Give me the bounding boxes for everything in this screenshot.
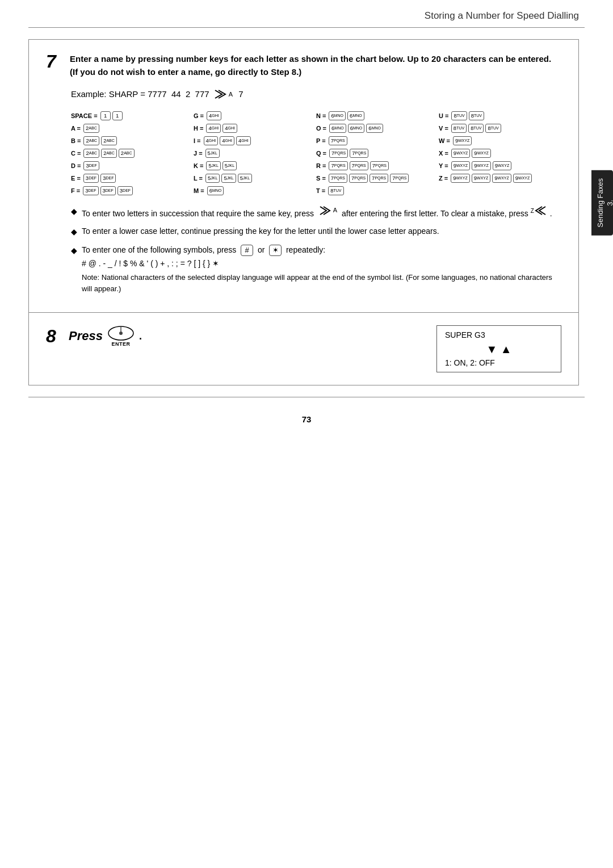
bullet-diamond-1: ◆ [71, 206, 77, 218]
key-row-a: A = 2ABC [71, 123, 194, 133]
key-row-y: Y = 9WXYZ 9WXYZ 9WXYZ [439, 161, 561, 171]
key-chart: SPACE = 1 1 G = 4GHI N = 6MNO 6MNO U = 8… [71, 111, 561, 196]
bullet-item-3: ◆ To enter one of the following symbols,… [71, 244, 561, 294]
bullet-diamond-3: ◆ [71, 245, 77, 257]
key-row-g: G = 4GHI [194, 111, 316, 121]
key-row-d: D = 3DEF [71, 161, 194, 171]
key-row-m: M = 6MNO [194, 186, 316, 196]
display-arrows: ▼ ▲ [445, 343, 553, 356]
page-number: 73 [0, 414, 613, 424]
press-label: Press [69, 329, 103, 343]
key-row-w: W = 9WXYZ [439, 136, 561, 146]
key-row-h: H = 4GHI 4GHI [194, 123, 316, 133]
step8-block: 8 Press ENTER . SUPER G3 ▼ ▲ 1: ON, 2: O… [28, 313, 579, 385]
key-row-o: O = 6MNO 6MNO 6MNO [316, 123, 439, 133]
example-text: Example: SHARP = 7777 44 2 777 [71, 89, 209, 99]
symbols-line: # @ . - _ / ! $ % & ' ( ) + , : ; = ? [ … [82, 258, 561, 270]
enter-label: ENTER [111, 341, 130, 347]
hash-key: # [241, 245, 253, 256]
key-row-x: X = 9WXYZ 9WXYZ [439, 148, 561, 158]
example-line: Example: SHARP = 7777 44 2 777 A 7 [71, 88, 561, 100]
forward-arrow-icon-2 [318, 205, 333, 216]
note-text: Note: National characters of the selecte… [82, 272, 561, 294]
key-row-b: B = 2ABC 2ABC [71, 136, 194, 146]
enter-button-area: ENTER [107, 325, 135, 347]
key-row-t: T = 8TUV [316, 186, 439, 196]
step7-number: 7 [46, 52, 62, 70]
key-row-l: L = 5JKL 5JKL 5JKL [194, 173, 316, 183]
step8-left: 8 Press ENTER . [46, 325, 436, 347]
example-suffix: 7 [236, 89, 243, 99]
star-key: ✶ [269, 245, 282, 256]
key-row-s: S = 7PQRS 7PQRS 7PQRS 7PQRS [316, 173, 439, 183]
key-row-v: V = 8TUV 8TUV 8TUV [439, 123, 561, 133]
step8-number: 8 [46, 327, 62, 345]
key-row-u: U = 8TUV 8TUV [439, 111, 561, 121]
bullet-diamond-2: ◆ [71, 226, 77, 238]
side-tab-text: Sending Faxes3. [596, 178, 613, 228]
key-row-p: P = 7PQRS [316, 136, 439, 146]
key-row-space: SPACE = 1 1 [71, 111, 194, 121]
key-row-e: E = 3DEF 3DEF [71, 173, 194, 183]
bullet-text-3: To enter one of the following symbols, p… [82, 244, 561, 294]
key-row-empty [439, 186, 561, 196]
example-superscript-a: A [229, 91, 233, 98]
step8-period: . [139, 330, 142, 342]
enter-button-icon [107, 325, 135, 341]
bullet-item-2: ◆ To enter a lower case letter, continue… [71, 225, 561, 238]
step8-display: SUPER G3 ▼ ▲ 1: ON, 2: OFF [436, 325, 561, 372]
display-top: SUPER G3 [445, 330, 553, 339]
bullet-item-1: ◆ To enter two letters in succession tha… [71, 205, 561, 220]
step7-intro: 7 Enter a name by pressing number keys f… [46, 52, 561, 79]
step7-block: 7 Enter a name by pressing number keys f… [28, 39, 579, 313]
main-content: 7 Enter a name by pressing number keys f… [0, 28, 613, 397]
key-row-f: F = 3DEF 3DEF 3DEF [71, 186, 194, 196]
step7-text: Enter a name by pressing number keys for… [70, 52, 561, 79]
bullet-text-1: To enter two letters in succession that … [82, 205, 561, 220]
page-header: Storing a Number for Speed Dialling [0, 0, 613, 27]
footer-divider [28, 397, 585, 397]
key-row-z: Z = 9WXYZ 9WXYZ 9WXYZ 9WXYZ [439, 173, 561, 183]
bullet-text-2: To enter a lower case letter, continue p… [82, 225, 561, 238]
key-row-r: R = 7PQRS 7PQRS 7PQRS [316, 161, 439, 171]
side-tab: Sending Faxes3. [591, 170, 613, 236]
key-row-k: K = 5JKL 5JKL [194, 161, 316, 171]
key-row-i: I = 4GHI 4GHI 4GHI [194, 136, 316, 146]
example-arrow: A [213, 88, 233, 100]
key-row-n: N = 6MNO 6MNO [316, 111, 439, 121]
bullet-section: ◆ To enter two letters in succession tha… [71, 205, 561, 295]
forward-arrow-icon [213, 88, 229, 100]
header-title: Storing a Number for Speed Dialling [425, 10, 579, 21]
step8-press-area: Press ENTER . [69, 325, 142, 347]
svg-point-1 [119, 332, 123, 335]
key-row-j: J = 5JKL [194, 148, 316, 158]
back-arrow-icon [534, 205, 548, 216]
key-row-q: Q = 7PQRS 7PQRS [316, 148, 439, 158]
display-bottom: 1: ON, 2: OFF [445, 358, 553, 367]
key-row-c: C = 2ABC 2ABC 2ABC [71, 148, 194, 158]
